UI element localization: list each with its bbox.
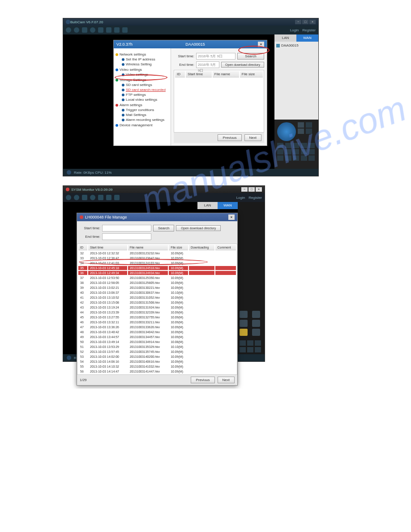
table-row[interactable]: 532013-10-03 14:02:0020131003140200.hkv1… xyxy=(78,355,236,359)
control-icon[interactable] xyxy=(240,340,246,346)
table-row[interactable]: 512013-10-03 13:53:2920131003135329.hkv1… xyxy=(78,345,236,349)
tree-item[interactable]: Wireless Setting xyxy=(126,62,152,66)
control-icon[interactable] xyxy=(255,340,261,346)
up-icon[interactable] xyxy=(298,122,304,128)
gear-icon[interactable] xyxy=(252,311,260,318)
wrench-icon[interactable] xyxy=(255,347,261,352)
maximize-button[interactable]: □ xyxy=(248,187,255,192)
col-id[interactable]: ID xyxy=(175,71,185,77)
wifi-icon[interactable] xyxy=(247,347,253,352)
control-icon[interactable] xyxy=(301,143,307,148)
open-dir-button[interactable]: Open download directory xyxy=(221,62,264,68)
login-link[interactable]: Login xyxy=(290,28,299,32)
tree-cat-video[interactable]: Video settings xyxy=(120,68,142,72)
control-icon[interactable] xyxy=(277,155,283,161)
dialog-close-button[interactable]: × xyxy=(258,42,264,47)
tree-item[interactable]: Video settings xyxy=(126,73,148,77)
control-icon[interactable] xyxy=(247,340,253,346)
table-row[interactable]: 452013-10-03 13:27:5520131003132755.hkv1… xyxy=(78,315,236,319)
table-row[interactable]: 492013-10-03 13:44:5720131003134457.hkv1… xyxy=(78,335,236,339)
table-row[interactable]: 372013-10-03 12:53:5020131003125350.hkv1… xyxy=(78,276,236,280)
start-time-picker[interactable] xyxy=(102,225,151,232)
tree-item[interactable]: FTP settings xyxy=(126,93,146,97)
previous-button[interactable]: Previous xyxy=(191,377,214,383)
brightness-icon[interactable] xyxy=(306,129,312,134)
wrench-icon[interactable] xyxy=(308,155,315,161)
open-dir-button[interactable]: Open download directory xyxy=(176,225,221,231)
control-icon[interactable] xyxy=(277,149,283,154)
table-row[interactable]: 362013-10-03 12:49:3420131003124934.hkv1… xyxy=(78,271,236,275)
tree-item[interactable]: Alarm recording settings xyxy=(126,118,164,122)
table-row[interactable]: 562013-10-03 14:14:4720131003141447.hkv1… xyxy=(78,369,236,373)
tool-icon[interactable] xyxy=(74,195,79,200)
dialog-close-button[interactable]: × xyxy=(228,215,235,220)
table-row[interactable]: 472013-10-03 13:36:2620131003133626.hkv1… xyxy=(78,325,236,329)
tool-icon[interactable] xyxy=(66,195,71,200)
tool-icon[interactable] xyxy=(66,27,71,33)
col-name[interactable]: File name xyxy=(128,245,168,250)
tree-cat-device[interactable]: Device management xyxy=(120,123,152,127)
table-row[interactable]: 432013-10-03 13:19:2420131003131924.hkv1… xyxy=(78,305,236,309)
col-comment[interactable]: Comment xyxy=(215,245,236,250)
control-icon[interactable] xyxy=(277,143,283,148)
control-icon[interactable] xyxy=(308,149,315,154)
table-row[interactable]: 412013-10-03 13:10:5220131003131052.hkv1… xyxy=(78,296,236,300)
col-start[interactable]: Start time xyxy=(88,245,127,250)
close-button[interactable]: × xyxy=(256,187,262,192)
table-row[interactable]: 322013-10-03 12:32:3220131003123232.hkv1… xyxy=(78,251,236,255)
down-icon[interactable] xyxy=(298,129,304,134)
col-name[interactable]: File name xyxy=(213,71,239,77)
minimize-button[interactable]: − xyxy=(295,20,301,24)
table-row[interactable]: 352013-10-03 12:45:1820131003124518.hkv1… xyxy=(78,266,236,270)
table-row[interactable]: 542013-10-03 14:06:1620131003140616.hkv1… xyxy=(78,360,236,364)
table-row[interactable]: 502013-10-03 13:49:1420131003134914.hkv1… xyxy=(78,340,236,344)
zoom-icon[interactable] xyxy=(240,329,248,336)
start-time-picker[interactable]: 2016年 5月 9日 xyxy=(196,53,235,60)
register-link[interactable]: Register xyxy=(248,196,262,200)
col-size[interactable]: File size xyxy=(169,245,188,250)
lock-icon[interactable] xyxy=(98,27,103,33)
tree-cat-storage[interactable]: Storage Settings xyxy=(120,78,146,82)
table-row[interactable]: 332013-10-03 12:36:4720131003123647.hkv1… xyxy=(78,256,236,260)
control-icon[interactable] xyxy=(293,143,299,148)
tab-lan[interactable]: LAN xyxy=(197,202,218,209)
folder-icon[interactable] xyxy=(98,195,103,200)
control-icon[interactable] xyxy=(301,149,307,154)
tree-item[interactable]: Local video settings xyxy=(126,98,157,102)
search-button[interactable]: Search xyxy=(237,53,264,60)
control-icon[interactable] xyxy=(285,143,291,148)
col-downloading[interactable]: Downloading xyxy=(189,245,215,250)
col-start[interactable]: Start time xyxy=(186,71,212,77)
control-icon[interactable] xyxy=(293,155,299,161)
folder-icon[interactable] xyxy=(106,27,111,33)
table-row[interactable]: 442013-10-03 13:23:3920131003132339.hkv1… xyxy=(78,310,236,314)
control-icon[interactable] xyxy=(293,149,299,154)
table-row[interactable]: 522013-10-03 13:57:4520131003135745.hkv1… xyxy=(78,350,236,354)
minimize-button[interactable]: − xyxy=(241,187,248,192)
close-button[interactable]: × xyxy=(309,20,316,24)
down-icon[interactable] xyxy=(240,320,248,327)
sun-icon[interactable] xyxy=(252,329,260,336)
end-time-picker[interactable] xyxy=(102,233,151,240)
ptz-wheel[interactable] xyxy=(277,122,296,141)
table-row[interactable]: 402013-10-03 13:06:3720131003130637.hkv1… xyxy=(78,291,236,295)
table-row[interactable]: 482013-10-03 13:40:4220131003134042.hkv1… xyxy=(78,330,236,334)
control-icon[interactable] xyxy=(285,155,291,161)
table-row[interactable]: 552013-10-03 14:10:3220131003141032.hkv1… xyxy=(78,365,236,369)
table-row[interactable]: 392013-10-03 13:02:2120131003130221.hkv1… xyxy=(78,286,236,290)
control-icon[interactable] xyxy=(308,143,315,148)
brightness-icon[interactable] xyxy=(252,320,260,327)
about-icon[interactable] xyxy=(122,27,128,33)
tree-item[interactable]: Trigger conditions xyxy=(126,108,154,112)
col-id[interactable]: ID xyxy=(78,245,87,250)
search-button[interactable]: Search xyxy=(153,225,174,232)
table-row[interactable]: 462013-10-03 13:32:1120131003133211.hkv1… xyxy=(78,320,236,324)
register-link[interactable]: Register xyxy=(302,28,316,32)
tool-icon[interactable] xyxy=(74,27,79,33)
wifi-icon[interactable] xyxy=(301,155,307,161)
next-button[interactable]: Next xyxy=(218,377,235,383)
next-button[interactable]: Next xyxy=(244,134,261,141)
tab-lan[interactable]: LAN xyxy=(274,34,296,42)
col-size[interactable]: File size xyxy=(240,71,263,77)
control-icon[interactable] xyxy=(240,347,246,352)
